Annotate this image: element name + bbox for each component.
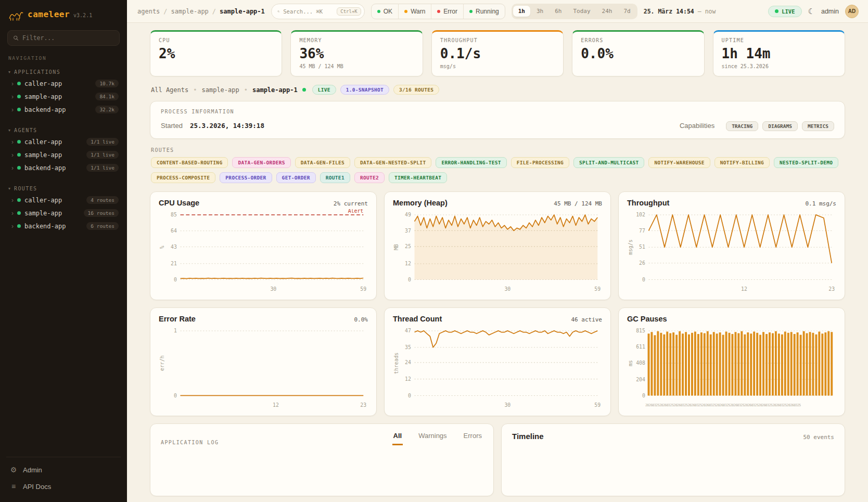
route-badge-error-handling-test[interactable]: ERROR-HANDLING-TEST [436, 157, 506, 168]
filter-input[interactable] [22, 34, 114, 42]
range-24h[interactable]: 24h [597, 6, 618, 17]
crumb-separator: • [193, 86, 197, 94]
range-today[interactable]: Today [568, 6, 595, 17]
sidebar-item-routes-caller-app[interactable]: ›caller-app4 routes [6, 194, 121, 207]
route-badge-notify-warehouse[interactable]: NOTIFY-WAREHOUSE [648, 157, 710, 168]
route-badge-route1[interactable]: ROUTE1 [320, 172, 350, 183]
count-badge: 1/1 live [86, 164, 119, 172]
route-badge-data-gen-orders[interactable]: DATA-GEN-ORDERS [232, 157, 290, 168]
route-badge-process-order[interactable]: PROCESS-ORDER [220, 172, 272, 183]
bottom-row: APPLICATION LOG AllWarningsErrors Timeli… [150, 423, 845, 496]
started-label: Started [161, 122, 183, 130]
app-root: cameleer v3.2.1 NAVIGATION ▾APPLICATIONS… [0, 0, 868, 502]
route-badge-route2[interactable]: ROUTE2 [354, 172, 385, 183]
svg-text:47: 47 [405, 328, 411, 333]
range-7d[interactable]: 7d [618, 6, 635, 17]
breadcrumb-agents[interactable]: agents [137, 8, 160, 15]
breadcrumb-current: sample-app-1 [220, 8, 265, 15]
svg-text:30: 30 [504, 286, 510, 292]
range-3h[interactable]: 3h [531, 6, 548, 17]
route-badge-data-gen-nested-split[interactable]: DATA-GEN-NESTED-SPLIT [354, 157, 431, 168]
timeline-event-count: 50 events [803, 434, 834, 441]
gc-pauses-chart: 8156114082040ms2026032520260325202603252… [627, 325, 836, 411]
sidebar-item-applications-caller-app[interactable]: ›caller-app10.7k [6, 77, 121, 90]
section-header-routes[interactable]: ▾ROUTES [6, 184, 121, 194]
svg-text:MB: MB [393, 244, 399, 250]
sidebar-item-applications-backend-app[interactable]: ›backend-app32.2k [6, 103, 121, 116]
search-box[interactable]: Ctrl+K [271, 4, 365, 19]
timeline-card: Timeline 50 events [501, 423, 845, 496]
count-badge: 4 routes [86, 196, 119, 204]
svg-text:26: 26 [639, 260, 645, 266]
process-info-title: PROCESS INFORMATION [161, 109, 834, 114]
route-badge-file-processing[interactable]: FILE-PROCESSING [511, 157, 569, 168]
sidebar-item-applications-sample-app[interactable]: ›sample-app84.1k [6, 90, 121, 103]
filter-ok[interactable]: OK [372, 4, 398, 19]
svg-text:0: 0 [408, 277, 411, 282]
chart-card-cpu-usage: CPU Usage2% current856443210%Alert3059 [150, 191, 377, 300]
theme-toggle-button[interactable]: ☾ [808, 7, 815, 15]
svg-text:43: 43 [171, 244, 177, 250]
route-badge-process-composite[interactable]: PROCESS-COMPOSITE [151, 172, 215, 183]
route-badge-nested-split-demo[interactable]: NESTED-SPLIT-DEMO [774, 157, 838, 168]
sidebar-item-agents-sample-app[interactable]: ›sample-app1/1 live [6, 148, 121, 161]
sidebar-admin[interactable]: ⚙Admin [6, 462, 121, 477]
context-crumb-sample-app[interactable]: sample-app [201, 86, 239, 94]
crumb-separator: • [244, 86, 248, 94]
sidebar-item-agents-backend-app[interactable]: ›backend-app1/1 live [6, 161, 121, 174]
sidebar-api-docs[interactable]: ≡API Docs [6, 479, 121, 494]
chart-card-memory-heap: Memory (Heap)45 MB / 124 MB493725120MB30… [384, 191, 611, 300]
route-badge-timer-heartbeat[interactable]: TIMER-HEARTBEAT [389, 172, 447, 183]
count-badge: 1/1 live [86, 151, 119, 159]
route-badge-content-based-routing[interactable]: CONTENT-BASED-ROUTING [151, 157, 228, 168]
range-1h[interactable]: 1h [513, 6, 530, 17]
svg-text:%: % [159, 246, 165, 249]
topbar: agents / sample-app / sample-app-1 Ctrl+… [127, 0, 868, 23]
search-input[interactable] [283, 8, 333, 15]
svg-text:51: 51 [639, 244, 645, 250]
svg-text:204: 204 [636, 377, 645, 382]
svg-text:23: 23 [360, 402, 366, 408]
time-range-group: 1h3h6hToday24h7d [512, 4, 637, 19]
live-indicator[interactable]: LIVE [768, 6, 801, 17]
application-log-card: APPLICATION LOG AllWarningsErrors [150, 423, 494, 496]
sidebar-item-agents-caller-app[interactable]: ›caller-app1/1 live [6, 135, 121, 148]
live-label: LIVE [782, 8, 795, 15]
range-dash: — [698, 8, 701, 15]
chevron-right-icon: › [11, 107, 14, 113]
route-badge-split-and-multicast[interactable]: SPLIT-AND-MULTICAST [573, 157, 644, 168]
range-6h[interactable]: 6h [550, 6, 567, 17]
context-row: All Agents•sample-app•sample-app-1 LIVE1… [151, 85, 845, 95]
filter-running[interactable]: Running [463, 4, 505, 19]
sidebar-item-routes-sample-app[interactable]: ›sample-app16 routes [6, 207, 121, 220]
route-badge-get-order[interactable]: GET-ORDER [276, 172, 316, 183]
log-tab-warnings[interactable]: Warnings [417, 432, 448, 445]
svg-text:0: 0 [174, 393, 177, 398]
svg-text:25: 25 [405, 243, 411, 249]
svg-text:37: 37 [405, 228, 411, 234]
svg-text:12: 12 [273, 402, 279, 408]
time-range-display: 25. März 14:54 — now [644, 8, 716, 15]
svg-text:35: 35 [405, 344, 411, 350]
context-crumb-all-agents[interactable]: All Agents [151, 86, 188, 94]
breadcrumb-sample-app[interactable]: sample-app [171, 8, 209, 15]
log-tab-all[interactable]: All [392, 432, 403, 445]
chart-value: 0.0% [354, 316, 368, 323]
section-header-applications[interactable]: ▾APPLICATIONS [6, 67, 121, 77]
sidebar-item-routes-backend-app[interactable]: ›backend-app6 routes [6, 220, 121, 233]
route-badge-notify-billing[interactable]: NOTIFY-BILLING [714, 157, 770, 168]
error-rate-chart: 10err/h1223 [159, 325, 368, 411]
context-badge-live: LIVE [312, 85, 336, 95]
filter-warn[interactable]: Warn [398, 4, 431, 19]
log-tab-errors[interactable]: Errors [463, 432, 483, 445]
route-badge-data-gen-files[interactable]: DATA-GEN-FILES [295, 157, 350, 168]
section-caret-icon: ▾ [8, 186, 10, 191]
status-filter-group: OKWarnErrorRunning [371, 4, 505, 19]
count-badge: 32.2k [95, 106, 119, 113]
section-header-agents[interactable]: ▾AGENTS [6, 125, 121, 135]
filter-error[interactable]: Error [431, 4, 463, 19]
sidebar-filter[interactable] [7, 30, 120, 46]
chart-title: Throughput [627, 199, 669, 207]
stat-card-uptime: UPTIME1h 14msince 25.3.2026 [713, 30, 845, 76]
avatar[interactable]: AD [845, 5, 859, 18]
